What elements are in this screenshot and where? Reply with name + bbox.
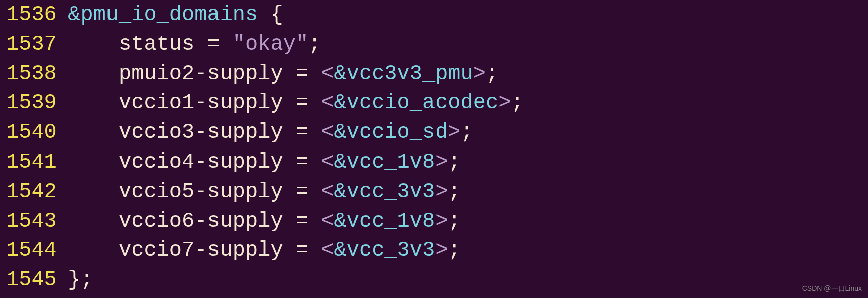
code-content[interactable]: vccio1-supply = <&vccio_acodec>;	[55, 88, 524, 118]
code-token: vccio7-supply =	[55, 238, 321, 262]
code-token: ;	[511, 91, 523, 115]
line-number: 1545	[0, 265, 55, 295]
code-content[interactable]: status = "okay";	[55, 30, 321, 59]
code-token: status =	[55, 32, 233, 56]
code-token: ;	[448, 209, 460, 233]
code-line[interactable]: 1544 vccio7-supply = <&vcc_3v3>;	[0, 236, 868, 265]
code-token: vccio5-supply =	[55, 180, 321, 204]
code-token: >	[435, 180, 448, 204]
line-number: 1542	[0, 177, 55, 207]
watermark: CSDN @一口Linux	[802, 284, 862, 294]
code-content[interactable]: vccio6-supply = <&vcc_1v8>;	[55, 207, 461, 236]
code-token: <	[321, 120, 334, 144]
code-token: <	[321, 150, 334, 174]
code-token: vccio4-supply =	[55, 150, 321, 174]
code-token: {	[258, 3, 283, 27]
code-token: &vcc_1v8	[334, 150, 436, 174]
line-number: 1538	[0, 59, 55, 89]
line-number: 1536	[0, 0, 55, 30]
line-number: 1543	[0, 207, 55, 236]
line-number: 1544	[0, 236, 55, 265]
code-token: &vcc_1v8	[334, 209, 436, 233]
code-token: >	[435, 209, 448, 233]
line-number: 1539	[0, 88, 55, 118]
code-token	[55, 3, 68, 27]
code-token: ;	[448, 150, 460, 174]
code-token: >	[498, 91, 511, 115]
code-token: >	[435, 238, 448, 262]
code-token: <	[321, 180, 334, 204]
line-number: 1537	[0, 30, 55, 59]
code-line[interactable]: 1536 &pmu_io_domains {	[0, 0, 868, 30]
code-token: };	[55, 268, 93, 292]
code-line[interactable]: 1545 };	[0, 265, 868, 295]
code-token: vccio6-supply =	[55, 209, 321, 233]
code-token: >	[435, 150, 448, 174]
code-token: &vcc_3v3	[334, 180, 436, 204]
code-content[interactable]: vccio7-supply = <&vcc_3v3>;	[55, 236, 461, 265]
code-token: ;	[486, 62, 498, 86]
code-content[interactable]: &pmu_io_domains {	[55, 0, 283, 30]
code-token: pmuio2-supply =	[55, 62, 321, 86]
code-content[interactable]: };	[55, 265, 93, 295]
code-line[interactable]: 1538 pmuio2-supply = <&vcc3v3_pmu>;	[0, 59, 868, 89]
code-token: vccio1-supply =	[55, 91, 321, 115]
code-token: ;	[448, 180, 460, 204]
code-token: ;	[448, 238, 460, 262]
code-token: &vccio_acodec	[334, 91, 499, 115]
code-token: ;	[461, 120, 473, 144]
code-editor[interactable]: 1536 &pmu_io_domains {1537 status = "oka…	[0, 0, 868, 295]
code-content[interactable]: vccio5-supply = <&vcc_3v3>;	[55, 177, 461, 207]
code-line[interactable]: 1540 vccio3-supply = <&vccio_sd>;	[0, 118, 868, 147]
code-token: ;	[308, 32, 321, 56]
code-line[interactable]: 1537 status = "okay";	[0, 30, 868, 59]
code-content[interactable]: vccio3-supply = <&vccio_sd>;	[55, 118, 473, 147]
line-number: 1540	[0, 118, 55, 147]
code-token: <	[321, 91, 334, 115]
code-content[interactable]: pmuio2-supply = <&vcc3v3_pmu>;	[55, 59, 498, 89]
code-token: &vccio_sd	[334, 120, 448, 144]
line-number: 1541	[0, 147, 55, 177]
code-token: "okay"	[233, 32, 308, 56]
code-token: vccio3-supply =	[55, 120, 321, 144]
code-token: >	[448, 120, 460, 144]
code-line[interactable]: 1541 vccio4-supply = <&vcc_1v8>;	[0, 147, 868, 177]
code-token: <	[321, 238, 334, 262]
code-token: <	[321, 209, 334, 233]
code-token: &vcc3v3_pmu	[334, 62, 473, 86]
code-line[interactable]: 1542 vccio5-supply = <&vcc_3v3>;	[0, 177, 868, 207]
code-token: &vcc_3v3	[334, 238, 436, 262]
code-line[interactable]: 1543 vccio6-supply = <&vcc_1v8>;	[0, 207, 868, 236]
code-token: <	[321, 62, 334, 86]
code-content[interactable]: vccio4-supply = <&vcc_1v8>;	[55, 147, 461, 177]
code-token: >	[473, 62, 486, 86]
code-token: &pmu_io_domains	[68, 3, 258, 27]
code-line[interactable]: 1539 vccio1-supply = <&vccio_acodec>;	[0, 88, 868, 118]
